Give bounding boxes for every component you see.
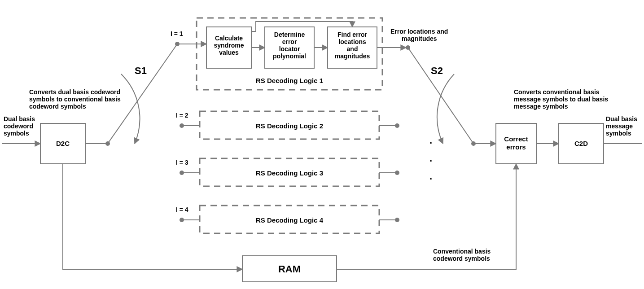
c2d-desc-l3: message symbols: [514, 103, 568, 110]
logic1-step3-l1: Find error: [337, 31, 368, 38]
d2c-title: D2C: [56, 140, 70, 147]
logic1-step2-l4: polynomial: [273, 53, 306, 60]
input-label-l2: codeword: [4, 123, 33, 130]
s2-arc: [437, 74, 454, 144]
logic1-step1-l1: Calculate: [215, 35, 243, 42]
d2c-desc-l1: Converts dual basis codeword: [29, 88, 120, 96]
s2-pos4-terminal: [395, 218, 399, 222]
s1-arc: [121, 74, 140, 144]
correct-errors-l2: errors: [506, 143, 526, 151]
d2c-desc-l2: symbols to conventional basis: [29, 96, 121, 103]
logic1-step3-l4: magnitudes: [335, 53, 370, 60]
s2-pos3-terminal: [395, 171, 399, 175]
logic1-step2-l3: locator: [279, 45, 300, 53]
logic1-title: RS Decoding Logic 1: [256, 77, 323, 84]
c2d-title: C2D: [574, 140, 588, 147]
err-label-l1: Error locations and: [390, 28, 448, 35]
output-label-l2: message: [606, 123, 633, 130]
logic1-step2-l2: error: [282, 38, 297, 45]
logic4-title: RS Decoding Logic 4: [256, 216, 324, 224]
ram-label-l2: codeword symbols: [433, 255, 490, 262]
idx1-label: I = 1: [171, 30, 183, 37]
err-label-l2: magnitudes: [402, 35, 437, 42]
ellipsis-dot2: .: [429, 153, 432, 164]
ram-label-l1: Conventional basis: [433, 248, 491, 255]
idx3-label: I = 3: [176, 159, 188, 166]
ram-title: RAM: [278, 263, 301, 275]
idx2-label: I = 2: [176, 112, 188, 119]
c2d-desc-l2: message symbols to dual basis: [514, 96, 608, 103]
idx4-label: I = 4: [176, 206, 188, 213]
s2-label: S2: [431, 65, 443, 76]
s1-label: S1: [135, 65, 147, 76]
logic1-step1-l2: syndrome: [214, 42, 244, 49]
s2-wiper: [408, 48, 473, 144]
logic1-step3-l2: locations: [338, 38, 366, 45]
logic1-step2-l1: Determine: [274, 31, 305, 38]
logic1-step1-l3: values: [219, 49, 239, 56]
correct-errors-l1: Correct: [504, 135, 528, 143]
output-label-l3: symbols: [606, 130, 631, 137]
logic2-title: RS Decoding Logic 2: [256, 122, 323, 130]
s2-pos2-terminal: [395, 123, 399, 128]
output-label-l1: Dual basis: [606, 115, 637, 123]
d2c-to-ram: [63, 164, 242, 269]
logic3-title: RS Decoding Logic 3: [256, 169, 323, 177]
input-label-l1: Dual basis: [4, 115, 35, 123]
ellipsis-dot1: .: [429, 135, 432, 146]
d2c-desc-l3: codeword symbols: [29, 103, 86, 110]
logic1-step3-l3: and: [347, 45, 358, 53]
c2d-desc-l1: Converts conventional basis: [514, 88, 600, 96]
input-label-l3: symbols: [4, 130, 29, 137]
diagram-canvas: Dual basis codeword symbols D2C Converts…: [0, 0, 644, 289]
ellipsis-dot3: .: [429, 171, 432, 182]
